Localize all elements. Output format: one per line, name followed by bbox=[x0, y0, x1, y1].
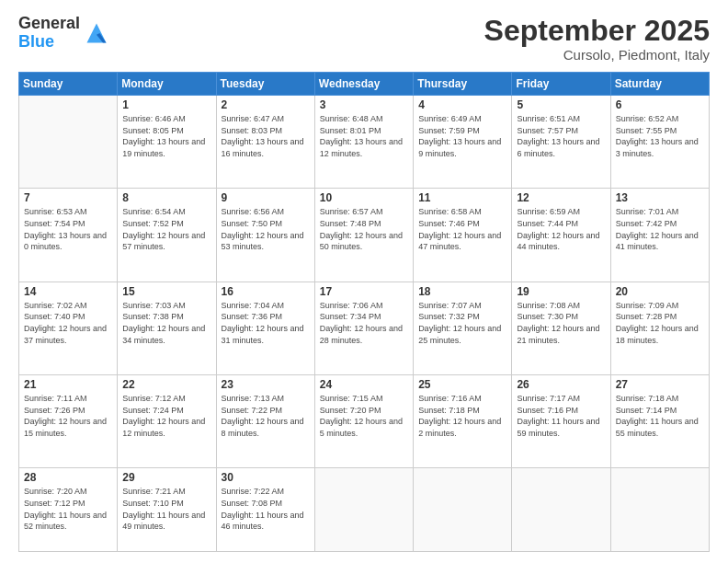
day-info: Sunrise: 6:51 AMSunset: 7:57 PMDaylight:… bbox=[517, 113, 605, 159]
day-info: Sunrise: 7:03 AMSunset: 7:38 PMDaylight:… bbox=[122, 300, 210, 346]
calendar-title: September 2025 bbox=[484, 15, 710, 47]
day-info: Sunrise: 7:22 AMSunset: 7:08 PMDaylight:… bbox=[222, 486, 310, 532]
calendar-cell: 25Sunrise: 7:16 AMSunset: 7:18 PMDayligh… bbox=[414, 375, 512, 468]
day-info: Sunrise: 7:15 AMSunset: 7:20 PMDaylight:… bbox=[320, 393, 408, 439]
day-number: 2 bbox=[222, 98, 310, 111]
day-info: Sunrise: 6:52 AMSunset: 7:55 PMDaylight:… bbox=[616, 113, 704, 159]
calendar-cell: 21Sunrise: 7:11 AMSunset: 7:26 PMDayligh… bbox=[19, 375, 118, 468]
day-info: Sunrise: 7:08 AMSunset: 7:30 PMDaylight:… bbox=[517, 300, 605, 346]
weekday-header-wednesday: Wednesday bbox=[314, 73, 413, 96]
calendar-cell bbox=[610, 468, 709, 552]
week-row-2: 7Sunrise: 6:53 AMSunset: 7:54 PMDaylight… bbox=[19, 189, 710, 282]
day-number: 1 bbox=[122, 98, 210, 111]
calendar-cell: 14Sunrise: 7:02 AMSunset: 7:40 PMDayligh… bbox=[19, 282, 118, 374]
calendar-cell bbox=[314, 468, 413, 552]
day-info: Sunrise: 6:54 AMSunset: 7:52 PMDaylight:… bbox=[122, 206, 210, 252]
day-number: 5 bbox=[517, 98, 605, 111]
day-number: 10 bbox=[320, 191, 408, 204]
day-number: 28 bbox=[24, 471, 112, 484]
day-info: Sunrise: 7:12 AMSunset: 7:24 PMDaylight:… bbox=[122, 393, 210, 439]
day-info: Sunrise: 7:09 AMSunset: 7:28 PMDaylight:… bbox=[616, 300, 704, 346]
day-info: Sunrise: 6:49 AMSunset: 7:59 PMDaylight:… bbox=[418, 113, 506, 159]
day-info: Sunrise: 6:46 AMSunset: 8:05 PMDaylight:… bbox=[122, 113, 210, 159]
calendar-cell: 3Sunrise: 6:48 AMSunset: 8:01 PMDaylight… bbox=[314, 96, 413, 189]
day-number: 16 bbox=[222, 285, 310, 298]
day-number: 14 bbox=[24, 285, 112, 298]
calendar-cell: 11Sunrise: 6:58 AMSunset: 7:46 PMDayligh… bbox=[414, 189, 512, 282]
calendar-cell: 29Sunrise: 7:21 AMSunset: 7:10 PMDayligh… bbox=[118, 468, 216, 552]
day-number: 13 bbox=[616, 191, 704, 204]
calendar-subtitle: Cursolo, Piedmont, Italy bbox=[484, 47, 710, 63]
day-number: 9 bbox=[222, 191, 310, 204]
weekday-header-sunday: Sunday bbox=[19, 73, 118, 96]
calendar-cell: 20Sunrise: 7:09 AMSunset: 7:28 PMDayligh… bbox=[610, 282, 709, 374]
calendar-cell: 5Sunrise: 6:51 AMSunset: 7:57 PMDaylight… bbox=[512, 96, 610, 189]
day-info: Sunrise: 7:07 AMSunset: 7:32 PMDaylight:… bbox=[418, 300, 506, 346]
calendar-table: SundayMondayTuesdayWednesdayThursdayFrid… bbox=[18, 72, 710, 552]
day-number: 22 bbox=[122, 378, 210, 391]
day-number: 11 bbox=[418, 191, 506, 204]
day-number: 4 bbox=[418, 98, 506, 111]
day-info: Sunrise: 7:13 AMSunset: 7:22 PMDaylight:… bbox=[222, 393, 310, 439]
calendar-cell: 23Sunrise: 7:13 AMSunset: 7:22 PMDayligh… bbox=[216, 375, 314, 468]
calendar-cell: 13Sunrise: 7:01 AMSunset: 7:42 PMDayligh… bbox=[610, 189, 709, 282]
day-number: 8 bbox=[122, 191, 210, 204]
day-info: Sunrise: 7:01 AMSunset: 7:42 PMDaylight:… bbox=[616, 206, 704, 252]
day-number: 17 bbox=[320, 285, 408, 298]
calendar-cell: 19Sunrise: 7:08 AMSunset: 7:30 PMDayligh… bbox=[512, 282, 610, 374]
calendar-cell bbox=[19, 96, 118, 189]
calendar-cell: 7Sunrise: 6:53 AMSunset: 7:54 PMDaylight… bbox=[19, 189, 118, 282]
day-number: 3 bbox=[320, 98, 408, 111]
calendar-cell: 6Sunrise: 6:52 AMSunset: 7:55 PMDaylight… bbox=[610, 96, 709, 189]
weekday-header-tuesday: Tuesday bbox=[216, 73, 314, 96]
calendar-cell: 28Sunrise: 7:20 AMSunset: 7:12 PMDayligh… bbox=[19, 468, 118, 552]
calendar-cell: 9Sunrise: 6:56 AMSunset: 7:50 PMDaylight… bbox=[216, 189, 314, 282]
calendar-cell: 1Sunrise: 6:46 AMSunset: 8:05 PMDaylight… bbox=[118, 96, 216, 189]
weekday-header-thursday: Thursday bbox=[414, 73, 512, 96]
day-number: 18 bbox=[418, 285, 506, 298]
weekday-header-row: SundayMondayTuesdayWednesdayThursdayFrid… bbox=[19, 73, 710, 96]
day-number: 29 bbox=[122, 471, 210, 484]
day-info: Sunrise: 6:56 AMSunset: 7:50 PMDaylight:… bbox=[222, 206, 310, 252]
day-number: 19 bbox=[517, 285, 605, 298]
day-number: 21 bbox=[24, 378, 112, 391]
day-info: Sunrise: 7:04 AMSunset: 7:36 PMDaylight:… bbox=[222, 300, 310, 346]
day-number: 27 bbox=[616, 378, 704, 391]
day-number: 15 bbox=[122, 285, 210, 298]
calendar-cell: 2Sunrise: 6:47 AMSunset: 8:03 PMDaylight… bbox=[216, 96, 314, 189]
calendar-cell: 8Sunrise: 6:54 AMSunset: 7:52 PMDaylight… bbox=[118, 189, 216, 282]
calendar-cell: 15Sunrise: 7:03 AMSunset: 7:38 PMDayligh… bbox=[118, 282, 216, 374]
week-row-3: 14Sunrise: 7:02 AMSunset: 7:40 PMDayligh… bbox=[19, 282, 710, 374]
calendar-cell: 30Sunrise: 7:22 AMSunset: 7:08 PMDayligh… bbox=[216, 468, 314, 552]
day-number: 26 bbox=[517, 378, 605, 391]
day-info: Sunrise: 6:59 AMSunset: 7:44 PMDaylight:… bbox=[517, 206, 605, 252]
calendar-cell: 24Sunrise: 7:15 AMSunset: 7:20 PMDayligh… bbox=[314, 375, 413, 468]
day-info: Sunrise: 7:21 AMSunset: 7:10 PMDaylight:… bbox=[122, 486, 210, 532]
day-info: Sunrise: 6:58 AMSunset: 7:46 PMDaylight:… bbox=[418, 206, 506, 252]
day-number: 24 bbox=[320, 378, 408, 391]
weekday-header-saturday: Saturday bbox=[610, 73, 709, 96]
day-info: Sunrise: 7:02 AMSunset: 7:40 PMDaylight:… bbox=[24, 300, 112, 346]
day-info: Sunrise: 7:11 AMSunset: 7:26 PMDaylight:… bbox=[24, 393, 112, 439]
calendar-cell: 16Sunrise: 7:04 AMSunset: 7:36 PMDayligh… bbox=[216, 282, 314, 374]
calendar-cell: 18Sunrise: 7:07 AMSunset: 7:32 PMDayligh… bbox=[414, 282, 512, 374]
title-block: September 2025 Cursolo, Piedmont, Italy bbox=[484, 15, 710, 63]
day-info: Sunrise: 6:57 AMSunset: 7:48 PMDaylight:… bbox=[320, 206, 408, 252]
day-info: Sunrise: 6:53 AMSunset: 7:54 PMDaylight:… bbox=[24, 206, 112, 252]
page: General Blue September 2025 Cursolo, Pie… bbox=[0, 0, 728, 563]
week-row-4: 21Sunrise: 7:11 AMSunset: 7:26 PMDayligh… bbox=[19, 375, 710, 468]
day-info: Sunrise: 7:20 AMSunset: 7:12 PMDaylight:… bbox=[24, 486, 112, 532]
week-row-1: 1Sunrise: 6:46 AMSunset: 8:05 PMDaylight… bbox=[19, 96, 710, 189]
calendar-cell: 22Sunrise: 7:12 AMSunset: 7:24 PMDayligh… bbox=[118, 375, 216, 468]
day-info: Sunrise: 6:48 AMSunset: 8:01 PMDaylight:… bbox=[320, 113, 408, 159]
calendar-cell bbox=[512, 468, 610, 552]
day-info: Sunrise: 7:17 AMSunset: 7:16 PMDaylight:… bbox=[517, 393, 605, 439]
calendar-cell: 26Sunrise: 7:17 AMSunset: 7:16 PMDayligh… bbox=[512, 375, 610, 468]
calendar-cell bbox=[414, 468, 512, 552]
day-info: Sunrise: 6:47 AMSunset: 8:03 PMDaylight:… bbox=[222, 113, 310, 159]
day-number: 23 bbox=[222, 378, 310, 391]
calendar-cell: 17Sunrise: 7:06 AMSunset: 7:34 PMDayligh… bbox=[314, 282, 413, 374]
weekday-header-friday: Friday bbox=[512, 73, 610, 96]
day-info: Sunrise: 7:06 AMSunset: 7:34 PMDaylight:… bbox=[320, 300, 408, 346]
weekday-header-monday: Monday bbox=[118, 73, 216, 96]
